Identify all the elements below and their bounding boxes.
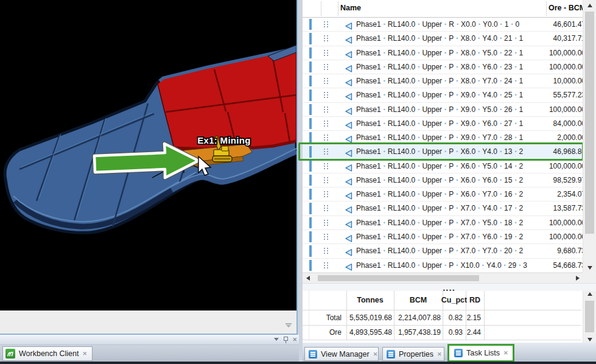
task-row[interactable]: Phase1•RL140.0•Upper•P•X7.0•Y5.0•18•2100… <box>303 216 596 230</box>
tasklist-header: Name Ore - BCM <box>303 0 596 18</box>
drag-handle-icon[interactable] <box>324 50 329 56</box>
drag-handle-icon[interactable] <box>324 149 329 155</box>
drag-handle-icon[interactable] <box>324 107 329 113</box>
tab-close-icon[interactable]: ✕ <box>82 351 87 357</box>
summary-table: TonnesBCMCu_pctRDTotal5,535,019.682,214,… <box>303 291 596 343</box>
bullet-separator: • <box>456 220 458 226</box>
task-row[interactable]: Phase1•RL140.0•Upper•R•X0.0•Y0.0•1•046,6… <box>303 18 596 32</box>
task-row[interactable]: Phase1•RL140.0•Upper•P•X6.0•Y4.0•13•246,… <box>303 145 596 159</box>
vertical-scrollbar[interactable] <box>583 0 596 273</box>
task-row[interactable]: Phase1•RL140.0•Upper•P•X6.0•Y7.0•16•22,3… <box>303 187 596 201</box>
drag-handle-icon[interactable] <box>324 262 329 268</box>
column-header-ore-bcm[interactable]: Ore - BCM <box>549 4 586 12</box>
drag-handle-icon[interactable] <box>324 92 329 98</box>
pane-splitter[interactable]: •••• <box>303 283 596 291</box>
task-row[interactable]: Phase1•RL140.0•Upper•P•X8.0•Y4.0•21•140,… <box>303 32 596 46</box>
task-flag-icon <box>345 149 352 159</box>
task-row[interactable]: Phase1•RL140.0•Upper•P•X8.0•Y7.0•24•110,… <box>303 74 596 88</box>
bullet-separator: • <box>384 220 385 226</box>
task-row[interactable]: Phase1•RL140.0•Upper•P•X7.0•Y7.0•20•29,6… <box>303 244 596 258</box>
task-row[interactable]: Phase1•RL140.0•Upper•P•X6.0•Y6.0•15•298,… <box>303 173 596 187</box>
drag-handle-icon[interactable] <box>324 205 329 211</box>
task-row[interactable]: Phase1•RL140.0•Upper•P•X6.0•Y5.0•14•2100… <box>303 159 596 173</box>
task-row[interactable]: Phase1•RL140.0•Upper•P•X8.0•Y6.0•23•1100… <box>303 60 596 74</box>
left-dock-tabstrip: Workbench Client ✕ <box>0 345 299 362</box>
ore-bcm-value: 54,668.73 <box>553 261 586 270</box>
drag-handle-icon[interactable] <box>324 163 329 169</box>
scroll-down-arrow-icon[interactable] <box>583 262 596 273</box>
bullet-separator: • <box>514 191 516 197</box>
bullet-separator: • <box>478 50 480 56</box>
close-icon[interactable]: ✕ <box>292 337 297 343</box>
drag-handle-icon[interactable] <box>324 248 329 254</box>
scrollbar-thumb[interactable] <box>585 12 594 234</box>
collapse-chevron-icon[interactable] <box>286 323 292 329</box>
summary-vertical-scrollbar[interactable] <box>583 291 596 343</box>
drag-handle-icon[interactable] <box>324 234 329 240</box>
tab-close-icon[interactable]: ✕ <box>437 351 442 357</box>
right-dock-tabstrip: View Manager✕Properties✕Task Lists✕ <box>303 343 596 362</box>
bullet-separator: • <box>456 234 458 240</box>
tab-properties[interactable]: Properties✕ <box>382 347 444 361</box>
pin-icon[interactable] <box>283 337 289 343</box>
scroll-up-arrow-icon[interactable] <box>583 0 596 10</box>
bullet-separator: • <box>514 163 516 169</box>
task-row[interactable]: Phase1•RL140.0•Upper•P•X10.0•Y4.0•29•354… <box>303 259 596 273</box>
bullet-separator: • <box>444 121 446 127</box>
summary-value: 2.15 <box>303 313 481 322</box>
bullet-separator: • <box>514 78 516 84</box>
list-icon <box>309 350 317 359</box>
drag-handle-icon[interactable] <box>324 177 329 183</box>
drag-handle-icon[interactable] <box>324 135 329 141</box>
task-flag-icon <box>345 35 352 46</box>
column-header-name[interactable]: Name <box>340 4 361 12</box>
task-row[interactable]: Phase1•RL140.0•Upper•P•X9.0•Y5.0•26•1100… <box>303 103 596 117</box>
dock-titlebar: ✕ <box>0 335 299 345</box>
task-row[interactable]: Phase1•RL140.0•Upper•P•X7.0•Y4.0•17•213,… <box>303 201 596 215</box>
bullet-separator: • <box>418 191 419 197</box>
bullet-separator: • <box>384 35 385 41</box>
chevron-down-icon[interactable] <box>274 338 279 341</box>
horizontal-scrollbar[interactable] <box>303 273 583 283</box>
bullet-separator: • <box>456 135 458 141</box>
bullet-separator: • <box>384 262 385 268</box>
bullet-separator: • <box>500 163 502 169</box>
scroll-right-arrow-icon[interactable] <box>572 273 583 283</box>
drag-handle-icon[interactable] <box>324 220 329 226</box>
task-row[interactable]: Phase1•RL140.0•Upper•P•X8.0•Y5.0•22•1100… <box>303 46 596 60</box>
task-row[interactable]: Phase1•RL140.0•Upper•P•X9.0•Y6.0•27•184,… <box>303 117 596 131</box>
bullet-separator: • <box>500 107 502 113</box>
scroll-up-arrow-icon[interactable] <box>583 292 596 296</box>
drag-handle-icon[interactable] <box>324 21 329 27</box>
drag-handle-icon[interactable] <box>324 64 329 70</box>
bullet-separator: • <box>456 177 458 183</box>
task-name: Phase1•RL140.0•Upper•P•X6.0•Y6.0•15•2 <box>356 176 523 184</box>
task-row[interactable]: Phase1•RL140.0•Upper•P•X9.0•Y4.0•25•155,… <box>303 88 596 102</box>
scroll-left-arrow-icon[interactable] <box>303 273 313 283</box>
drag-handle-icon[interactable] <box>324 121 329 127</box>
task-row[interactable]: Phase1•RL140.0•Upper•P•X7.0•Y6.0•19•2100… <box>303 230 596 244</box>
3d-scene[interactable]: Ex1: Mining <box>0 0 296 310</box>
ore-bcm-value: 46,601.47 <box>553 20 586 29</box>
ore-bcm-value: 2,000.00 <box>557 133 586 142</box>
scrollbar-thumb[interactable] <box>585 301 594 332</box>
drag-handle-icon[interactable] <box>324 78 329 84</box>
tab-view-manager[interactable]: View Manager✕ <box>304 347 379 361</box>
drag-handle-icon[interactable] <box>324 35 329 41</box>
bullet-separator: • <box>500 149 502 155</box>
tab-close-icon[interactable]: ✕ <box>503 350 508 356</box>
tab-task-lists[interactable]: Task Lists✕ <box>447 344 514 362</box>
drag-handle-icon[interactable] <box>324 191 329 197</box>
bullet-separator: • <box>500 135 502 141</box>
task-flag-icon <box>345 21 352 32</box>
tab-workbench-client[interactable]: Workbench Client ✕ <box>2 346 93 361</box>
task-row[interactable]: Phase1•RL140.0•Upper•P•X9.0•Y7.0•28•12,0… <box>303 131 596 145</box>
scrollbar-thumb[interactable] <box>318 275 479 281</box>
bullet-separator: • <box>500 248 502 254</box>
task-flag-icon <box>345 78 352 89</box>
summary-column-header: Tonnes <box>357 296 384 304</box>
3d-viewport-pane[interactable]: Ex1: Mining <box>0 0 298 335</box>
scroll-down-arrow-icon[interactable] <box>583 338 596 341</box>
tab-close-icon[interactable]: ✕ <box>373 351 378 357</box>
maptek-logo-icon <box>5 349 15 359</box>
